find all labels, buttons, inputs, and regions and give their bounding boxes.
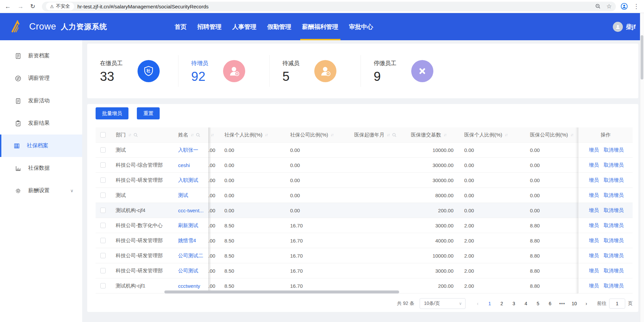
menu-item-recruit[interactable]: 招聘管理 — [192, 13, 227, 40]
row-checkbox[interactable] — [100, 238, 106, 243]
cell-dept: 科技公司-研发管理部 — [110, 248, 173, 263]
forward-icon[interactable]: → — [17, 3, 23, 9]
sort-icon[interactable]: ↓↑ — [128, 132, 131, 137]
more-pages-button[interactable]: ••• — [557, 298, 567, 309]
row-checkbox[interactable] — [100, 177, 106, 183]
add-member-link[interactable]: 增员 — [589, 222, 599, 229]
employee-name-link[interactable]: ccctwenty — [178, 283, 200, 289]
cancel-add-member-link[interactable]: 取消增员 — [604, 253, 624, 259]
menu-item-hr[interactable]: 人事管理 — [227, 13, 262, 40]
search-icon[interactable] — [133, 133, 138, 137]
add-member-link[interactable]: 增员 — [589, 268, 599, 274]
cancel-add-member-link[interactable]: 取消增员 — [604, 268, 624, 274]
row-checkbox[interactable] — [100, 193, 106, 198]
zoom-out-icon[interactable] — [595, 3, 601, 9]
employee-name-link[interactable]: 入职张一 — [178, 147, 198, 153]
security-chip[interactable]: ⚠不安全 — [46, 2, 74, 10]
menu-item-home[interactable]: 首页 — [169, 13, 192, 40]
employee-name-link[interactable]: 入职测试 — [178, 177, 198, 183]
browser-menu-icon[interactable]: ⋮ — [633, 3, 639, 10]
next-page-button[interactable]: › — [581, 298, 591, 309]
bookmark-star-icon[interactable]: ☆ — [606, 3, 612, 10]
cancel-add-member-link[interactable]: 取消增员 — [604, 222, 624, 229]
add-member-link[interactable]: 增员 — [589, 192, 599, 199]
employee-name-link[interactable]: 测试 — [178, 192, 188, 199]
page-button-2[interactable]: 2 — [497, 298, 507, 309]
sidebar-item-salary-adjust[interactable]: 调薪管理 — [0, 67, 82, 90]
employee-name-link[interactable]: 公司测试 — [178, 268, 198, 274]
page-jump-input[interactable] — [609, 299, 625, 309]
row-checkbox[interactable] — [100, 268, 106, 273]
add-member-link[interactable]: 增员 — [589, 283, 599, 289]
sort-icon[interactable]: ↓↑ — [191, 132, 193, 137]
add-member-link[interactable]: 增员 — [589, 147, 599, 153]
cancel-add-member-link[interactable]: 取消增员 — [604, 162, 624, 168]
row-checkbox[interactable] — [100, 253, 106, 258]
add-member-link[interactable]: 增员 — [589, 237, 599, 244]
sidebar-item-payroll-result[interactable]: 发薪结果 — [0, 112, 82, 135]
table-row: 科技公司-研发管理部公司测试二.008.5016.7010000.002.008… — [96, 248, 633, 263]
search-icon[interactable] — [392, 133, 396, 137]
employee-name-link[interactable]: ccc-twent... — [178, 208, 204, 213]
back-icon[interactable]: ← — [5, 3, 11, 9]
row-select-cell — [96, 278, 110, 293]
cell-medBase: 3000.00 — [406, 263, 459, 278]
row-checkbox[interactable] — [100, 223, 106, 228]
add-member-link[interactable]: 增员 — [589, 177, 599, 183]
page-button-4[interactable]: 4 — [521, 298, 531, 309]
reload-icon[interactable]: ↻ — [30, 3, 35, 9]
select-all-checkbox[interactable] — [100, 132, 106, 138]
page-button-5[interactable]: 5 — [533, 298, 543, 309]
menu-item-approval[interactable]: 审批中心 — [344, 13, 379, 40]
sort-icon[interactable]: ↓↑ — [265, 132, 267, 137]
sidebar-item-social-archive[interactable]: 社保档案 — [0, 135, 82, 157]
sidebar-item-social-data[interactable]: 社保数据 — [0, 157, 82, 179]
sidebar-item-payroll-activity[interactable]: 发薪活动 — [0, 90, 82, 112]
row-checkbox[interactable] — [100, 208, 106, 213]
vertical-scrollbar-thumb[interactable] — [641, 35, 643, 79]
user-area[interactable]: 柴jf — [613, 22, 636, 32]
add-member-link[interactable]: 增员 — [589, 207, 599, 214]
sort-icon[interactable]: ↓↑ — [387, 132, 389, 137]
profile-icon[interactable] — [621, 3, 628, 10]
cancel-add-member-link[interactable]: 取消增员 — [604, 283, 624, 289]
sort-icon[interactable]: ↓↑ — [570, 132, 573, 137]
address-bar[interactable]: ⚠不安全 hr-test.zjf-it.cn/#/salaryManagemen… — [42, 2, 616, 11]
page-button-3[interactable]: 3 — [509, 298, 519, 309]
page-button-10[interactable]: 10 — [569, 298, 579, 309]
stat-label: 停缴员工 — [374, 59, 396, 67]
row-checkbox[interactable] — [100, 283, 106, 288]
row-checkbox[interactable] — [100, 162, 106, 168]
reset-button[interactable]: 重置 — [137, 107, 160, 119]
sort-icon[interactable]: ↓↑ — [330, 132, 333, 137]
batch-add-button[interactable]: 批量增员 — [96, 107, 128, 119]
cancel-add-member-link[interactable]: 取消增员 — [604, 177, 624, 183]
employee-name-link[interactable]: ceshi — [178, 162, 190, 168]
page-size-select[interactable]: 10条/页 ∨ — [420, 298, 466, 309]
sidebar-item-salary-settings[interactable]: 薪酬设置 ∨ — [0, 179, 82, 202]
cancel-add-member-link[interactable]: 取消增员 — [604, 192, 624, 199]
menu-item-salary[interactable]: 薪酬福利管理 — [297, 13, 344, 40]
cancel-add-member-link[interactable]: 取消增员 — [604, 237, 624, 244]
sort-icon[interactable]: ↓↑ — [443, 132, 446, 137]
horizontal-scrollbar[interactable] — [164, 290, 399, 293]
row-checkbox[interactable] — [100, 147, 106, 153]
cancel-add-member-link[interactable]: 取消增员 — [604, 147, 624, 153]
page-button-6[interactable]: 6 — [545, 298, 555, 309]
employee-name-link[interactable]: 姚惜雪4 — [178, 237, 196, 244]
search-icon[interactable] — [196, 133, 200, 137]
sort-icon[interactable]: ↓↑ — [504, 132, 507, 137]
add-member-link[interactable]: 增员 — [589, 162, 599, 168]
employee-name-link[interactable]: 公司测试二 — [178, 253, 203, 259]
page-button-1[interactable]: 1 — [485, 298, 495, 309]
chevron-down-icon[interactable]: ∨ — [70, 188, 73, 193]
add-member-link[interactable]: 增员 — [589, 253, 599, 259]
cancel-add-member-link[interactable]: 取消增员 — [604, 207, 624, 214]
sidebar-item-salary-archive[interactable]: 薪资档案 — [0, 45, 82, 67]
url-text[interactable]: hr-test.zjf-it.cn/#/salaryManagement/soc… — [77, 4, 592, 9]
cell-medp: 2.00 — [459, 278, 525, 293]
employee-name-link[interactable]: 刷新测试 — [178, 222, 198, 229]
sort-icon[interactable]: ↓↑ — [211, 132, 213, 137]
prev-page-button[interactable]: ‹ — [473, 298, 483, 309]
menu-item-attendance[interactable]: 假勤管理 — [262, 13, 297, 40]
